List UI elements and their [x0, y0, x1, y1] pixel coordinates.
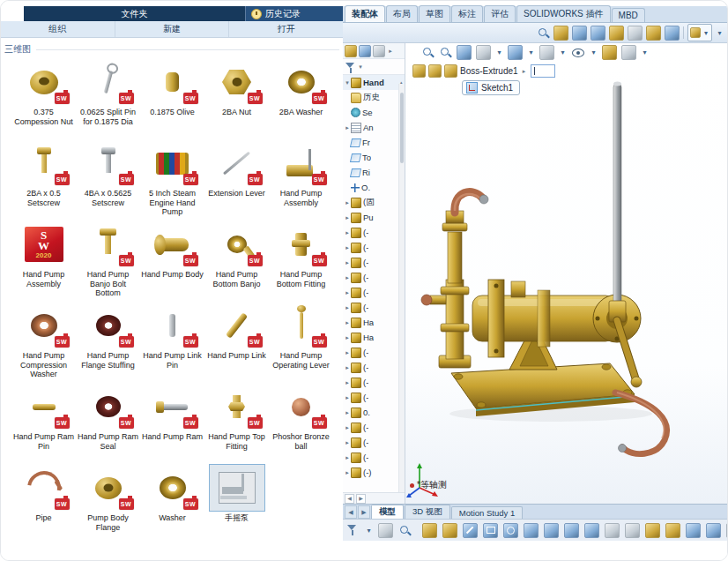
ribbon-tab-folder[interactable]: 文件夹 — [24, 6, 245, 21]
file-item[interactable]: SWHand Pump Link — [204, 303, 269, 384]
file-item[interactable]: SWHand Pump Compression Washer — [11, 303, 76, 384]
tree-item[interactable]: ▸(- — [343, 435, 405, 450]
tree-item[interactable]: ▸(- — [343, 450, 405, 465]
tree-item[interactable]: ▸An — [343, 120, 405, 135]
ribbon-tab[interactable]: 草图 — [419, 5, 450, 22]
file-item[interactable]: SW4BA x 0.5625 Setscrew — [76, 140, 140, 221]
mate-icon[interactable] — [572, 26, 587, 41]
expander-icon[interactable]: ▸ — [344, 259, 351, 266]
file-item[interactable]: SWHand Pump Ram — [140, 384, 204, 465]
dropdown-arrow-icon[interactable]: ▾ — [590, 46, 598, 59]
tree-item[interactable]: ▸(-) — [343, 465, 405, 480]
tree-item[interactable]: To — [343, 150, 405, 165]
tree-item[interactable]: ▸(- — [343, 225, 405, 240]
file-item[interactable]: SWHand Pump Ram Pin — [11, 384, 76, 465]
expander-icon[interactable]: ▸ — [344, 469, 351, 476]
file-item[interactable]: SW0.0625 Split Pin for 0.1875 Dia — [76, 59, 140, 140]
tree-scroll-right-button[interactable]: ▶ — [356, 494, 366, 504]
history-button[interactable]: 历史记录 — [245, 6, 343, 21]
tree-item[interactable]: 历史 — [343, 90, 405, 105]
zoom-fit-icon[interactable] — [421, 46, 435, 59]
tree-item[interactable]: ▸(- — [343, 240, 405, 255]
solid-body-icon[interactable] — [428, 64, 442, 78]
ribbon-tab[interactable]: 布局 — [386, 5, 418, 22]
tree-item[interactable]: Ri — [343, 165, 405, 180]
document-tab[interactable]: 模型 — [371, 505, 404, 519]
file-item[interactable]: SW2BA Washer — [269, 59, 333, 140]
tree-root-item[interactable]: ▾ Hand ▴ — [343, 75, 405, 90]
dropdown-arrow-icon[interactable]: ▾ — [527, 46, 535, 59]
tree-item[interactable]: O. — [343, 180, 405, 195]
spline-icon[interactable] — [564, 523, 579, 538]
assembly-features-icon[interactable] — [646, 26, 661, 41]
file-item[interactable]: SWHand Pump Body — [140, 221, 204, 303]
tree-item[interactable]: ▸(- — [343, 255, 405, 270]
file-item[interactable]: SW0.375 Compession Nut — [11, 59, 76, 140]
tab-scroll-right-button[interactable]: ▶ — [358, 505, 370, 519]
file-item[interactable]: SW2BA Nut — [204, 59, 269, 140]
expander-icon[interactable]: ▸ — [344, 244, 351, 251]
point-icon[interactable] — [584, 523, 599, 538]
tree-item[interactable]: ▸(- — [343, 270, 405, 285]
file-item[interactable]: SWHand Pump Operating Lever — [269, 303, 333, 384]
ribbon-tab[interactable]: MBD — [612, 8, 645, 22]
ribbon-tab[interactable]: 评估 — [484, 5, 516, 22]
configurationmanager-tab-icon[interactable] — [373, 45, 385, 57]
expander-icon[interactable]: ▸ — [344, 124, 351, 131]
tree-item[interactable]: ▸(- — [343, 345, 405, 360]
file-item[interactable]: SWHand Pump Banjo Bolt Bottom — [76, 221, 140, 303]
circle-icon[interactable] — [503, 523, 518, 538]
display-style-icon[interactable] — [539, 45, 554, 60]
file-item[interactable]: SWHand Pump Top Fitting — [204, 384, 269, 465]
filter-icon[interactable] — [345, 62, 355, 72]
tree-item[interactable]: Fr — [343, 135, 405, 150]
file-item[interactable]: 手摇泵 — [204, 465, 269, 546]
trim-entities-icon[interactable] — [625, 523, 640, 538]
file-item[interactable]: SWPipe — [11, 465, 76, 546]
view-orientation-icon[interactable] — [508, 45, 523, 60]
previous-view-icon[interactable] — [457, 45, 472, 60]
expander-icon[interactable]: ▸ — [344, 199, 351, 206]
document-tab[interactable]: 3D 视图 — [405, 505, 450, 519]
ribbon-tab[interactable]: SOLIDWORKS 插件 — [516, 5, 611, 22]
zoom-area-icon[interactable] — [439, 46, 452, 59]
insert-component-icon[interactable] — [553, 26, 568, 41]
dropdown-arrow-icon[interactable]: ▾ — [365, 524, 373, 537]
convert-entities-icon[interactable] — [645, 523, 660, 538]
hand-pump-assembly-model[interactable] — [405, 59, 728, 504]
dropdown-arrow-icon[interactable]: ▾ — [495, 46, 503, 59]
tree-item[interactable]: ▸Pu — [343, 210, 405, 225]
tree-item[interactable]: ▸0. — [343, 405, 405, 420]
ribbon-tab[interactable]: 标注 — [451, 5, 483, 22]
file-item[interactable]: SW0.1875 Olive — [140, 59, 204, 140]
ribbon-group-label[interactable]: 组织 — [1, 21, 115, 37]
ribbon-group-label[interactable]: 新建 — [115, 21, 230, 37]
tree-item[interactable]: ▸(- — [343, 420, 405, 435]
offset-entities-icon[interactable] — [665, 523, 680, 538]
breadcrumb-feature-label[interactable]: Boss-Extrude1 — [460, 66, 518, 76]
file-item[interactable]: SWPhoshor Bronze ball — [269, 384, 333, 465]
rectangle-icon[interactable] — [483, 523, 498, 538]
expander-icon[interactable]: ▸ — [344, 304, 351, 311]
component-icon[interactable] — [412, 64, 426, 78]
smart-dimension-icon[interactable] — [442, 523, 457, 538]
linear-pattern-icon[interactable] — [706, 523, 721, 538]
file-item[interactable]: SW2020Hand Pump Assembly — [11, 221, 76, 303]
tree-item[interactable]: ▸(- — [343, 285, 405, 300]
search-icon[interactable] — [537, 26, 550, 40]
tree-scrollbar[interactable] — [398, 84, 405, 492]
text-icon[interactable] — [605, 523, 620, 538]
propertymanager-tab-icon[interactable] — [359, 45, 371, 57]
sketch-icon[interactable] — [422, 523, 437, 538]
line-icon[interactable] — [463, 523, 478, 538]
featuremanager-tab-icon[interactable] — [345, 45, 357, 57]
file-item[interactable]: SW5 Inch Steam Engine Hand Pump — [140, 140, 204, 221]
file-item[interactable]: SWHand Pump Bottom Banjo — [204, 221, 269, 303]
display-settings-button[interactable]: ▾ — [687, 24, 712, 41]
move-component-icon[interactable] — [628, 26, 643, 41]
tree-pane-arrow-icon[interactable]: ▸ — [387, 48, 394, 55]
tree-item[interactable]: ▸(- — [343, 390, 405, 405]
expander-icon[interactable]: ▸ — [344, 394, 351, 401]
file-item[interactable]: SWHand Pump Flange Stuffing — [76, 303, 140, 384]
document-tab[interactable]: Motion Study 1 — [451, 506, 523, 519]
